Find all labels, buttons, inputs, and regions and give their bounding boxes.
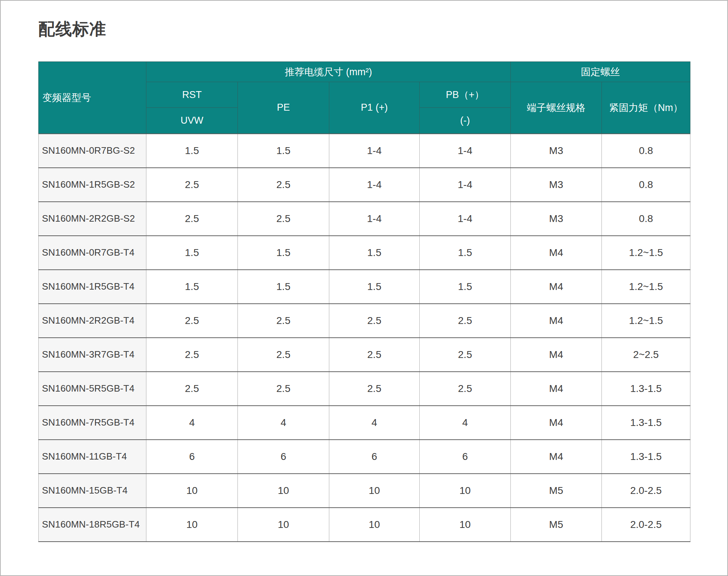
rst-uvw-cell: 10 bbox=[146, 474, 238, 508]
header-terminal-screw-spec: 端子螺丝规格 bbox=[511, 82, 602, 134]
rst-uvw-cell: 1.5 bbox=[146, 270, 238, 304]
p1-cell: 10 bbox=[329, 474, 420, 508]
terminal-screw-cell: M4 bbox=[511, 236, 602, 270]
pb-cell: 6 bbox=[420, 440, 511, 474]
torque-cell: 1.3-1.5 bbox=[602, 440, 690, 474]
rst-uvw-cell: 1.5 bbox=[146, 134, 238, 168]
pb-cell: 2.5 bbox=[420, 338, 511, 372]
terminal-screw-cell: M4 bbox=[511, 304, 602, 338]
pe-cell: 10 bbox=[238, 508, 329, 542]
p1-cell: 2.5 bbox=[329, 304, 420, 338]
torque-cell: 0.8 bbox=[602, 134, 690, 168]
terminal-screw-cell: M4 bbox=[511, 406, 602, 440]
pe-cell: 2.5 bbox=[238, 338, 329, 372]
pb-cell: 2.5 bbox=[420, 372, 511, 406]
table-row: SN160MN-1R5GB-T4 1.5 1.5 1.5 1.5 M4 1.2~… bbox=[39, 270, 690, 304]
pb-cell: 1.5 bbox=[420, 270, 511, 304]
terminal-screw-cell: M4 bbox=[511, 270, 602, 304]
model-cell: SN160MN-0R7BG-S2 bbox=[39, 134, 146, 168]
model-cell: SN160MN-15GB-T4 bbox=[39, 474, 146, 508]
rst-uvw-cell: 1.5 bbox=[146, 236, 238, 270]
model-cell: SN160MN-2R2GB-S2 bbox=[39, 202, 146, 236]
header-model: 变频器型号 bbox=[39, 62, 146, 134]
table-row: SN160MN-11GB-T4 6 6 6 6 M4 1.3-1.5 bbox=[39, 440, 690, 474]
pe-cell: 4 bbox=[238, 406, 329, 440]
table-row: SN160MN-7R5GB-T4 4 4 4 4 M4 1.3-1.5 bbox=[39, 406, 690, 440]
pe-cell: 2.5 bbox=[238, 202, 329, 236]
header-p1-plus: P1 (+) bbox=[329, 82, 420, 134]
terminal-screw-cell: M4 bbox=[511, 372, 602, 406]
pe-cell: 2.5 bbox=[238, 168, 329, 202]
pe-cell: 2.5 bbox=[238, 304, 329, 338]
header-tightening-torque: 紧固力矩（Nm） bbox=[602, 82, 690, 134]
terminal-screw-cell: M3 bbox=[511, 134, 602, 168]
pe-cell: 10 bbox=[238, 474, 329, 508]
header-pe: PE bbox=[238, 82, 329, 134]
model-cell: SN160MN-1R5GB-T4 bbox=[39, 270, 146, 304]
pb-cell: 4 bbox=[420, 406, 511, 440]
pb-cell: 1.5 bbox=[420, 236, 511, 270]
rst-uvw-cell: 2.5 bbox=[146, 304, 238, 338]
header-pb-plus: PB（+） bbox=[420, 82, 511, 108]
p1-cell: 1-4 bbox=[329, 202, 420, 236]
table-row: SN160MN-2R2GB-T4 2.5 2.5 2.5 2.5 M4 1.2~… bbox=[39, 304, 690, 338]
pb-cell: 2.5 bbox=[420, 304, 511, 338]
rst-uvw-cell: 2.5 bbox=[146, 202, 238, 236]
p1-cell: 6 bbox=[329, 440, 420, 474]
pb-cell: 10 bbox=[420, 474, 511, 508]
torque-cell: 1.2~1.5 bbox=[602, 270, 690, 304]
pe-cell: 6 bbox=[238, 440, 329, 474]
rst-uvw-cell: 2.5 bbox=[146, 338, 238, 372]
p1-cell: 2.5 bbox=[329, 372, 420, 406]
p1-cell: 4 bbox=[329, 406, 420, 440]
model-cell: SN160MN-11GB-T4 bbox=[39, 440, 146, 474]
rst-uvw-cell: 4 bbox=[146, 406, 238, 440]
wiring-standard-table: 变频器型号 推荐电缆尺寸 (mm²) 固定螺丝 RST PE P1 (+) PB… bbox=[38, 61, 690, 542]
table-row: SN160MN-0R7GB-T4 1.5 1.5 1.5 1.5 M4 1.2~… bbox=[39, 236, 690, 270]
table-row: SN160MN-5R5GB-T4 2.5 2.5 2.5 2.5 M4 1.3-… bbox=[39, 372, 690, 406]
header-rst: RST bbox=[146, 82, 238, 108]
pe-cell: 1.5 bbox=[238, 134, 329, 168]
header-pb-minus: (-) bbox=[420, 108, 511, 134]
torque-cell: 2.0-2.5 bbox=[602, 474, 690, 508]
terminal-screw-cell: M3 bbox=[511, 168, 602, 202]
header-uvw: UVW bbox=[146, 108, 238, 134]
pe-cell: 2.5 bbox=[238, 372, 329, 406]
rst-uvw-cell: 2.5 bbox=[146, 168, 238, 202]
table-row: SN160MN-18R5GB-T4 10 10 10 10 M5 2.0-2.5 bbox=[39, 508, 690, 542]
page-title: 配线标准 bbox=[38, 18, 106, 40]
torque-cell: 1.3-1.5 bbox=[602, 406, 690, 440]
p1-cell: 2.5 bbox=[329, 338, 420, 372]
table-row: SN160MN-3R7GB-T4 2.5 2.5 2.5 2.5 M4 2~2.… bbox=[39, 338, 690, 372]
torque-cell: 1.2~1.5 bbox=[602, 236, 690, 270]
model-cell: SN160MN-3R7GB-T4 bbox=[39, 338, 146, 372]
torque-cell: 1.2~1.5 bbox=[602, 304, 690, 338]
pb-cell: 1-4 bbox=[420, 202, 511, 236]
rst-uvw-cell: 2.5 bbox=[146, 372, 238, 406]
model-cell: SN160MN-1R5GB-S2 bbox=[39, 168, 146, 202]
pb-cell: 1-4 bbox=[420, 134, 511, 168]
page: { "page": { "title": "配线标准" }, "table": … bbox=[0, 0, 728, 576]
table-body: SN160MN-0R7BG-S2 1.5 1.5 1-4 1-4 M3 0.8 … bbox=[39, 134, 690, 542]
terminal-screw-cell: M5 bbox=[511, 474, 602, 508]
p1-cell: 10 bbox=[329, 508, 420, 542]
table-row: SN160MN-15GB-T4 10 10 10 10 M5 2.0-2.5 bbox=[39, 474, 690, 508]
torque-cell: 0.8 bbox=[602, 202, 690, 236]
pb-cell: 1-4 bbox=[420, 168, 511, 202]
terminal-screw-cell: M3 bbox=[511, 202, 602, 236]
model-cell: SN160MN-18R5GB-T4 bbox=[39, 508, 146, 542]
torque-cell: 0.8 bbox=[602, 168, 690, 202]
pe-cell: 1.5 bbox=[238, 236, 329, 270]
model-cell: SN160MN-5R5GB-T4 bbox=[39, 372, 146, 406]
header-group-fixing-screw: 固定螺丝 bbox=[511, 62, 690, 82]
pb-cell: 10 bbox=[420, 508, 511, 542]
terminal-screw-cell: M5 bbox=[511, 508, 602, 542]
torque-cell: 2.0-2.5 bbox=[602, 508, 690, 542]
pe-cell: 1.5 bbox=[238, 270, 329, 304]
torque-cell: 1.3-1.5 bbox=[602, 372, 690, 406]
table-row: SN160MN-1R5GB-S2 2.5 2.5 1-4 1-4 M3 0.8 bbox=[39, 168, 690, 202]
model-cell: SN160MN-0R7GB-T4 bbox=[39, 236, 146, 270]
rst-uvw-cell: 6 bbox=[146, 440, 238, 474]
terminal-screw-cell: M4 bbox=[511, 440, 602, 474]
table-header: 变频器型号 推荐电缆尺寸 (mm²) 固定螺丝 RST PE P1 (+) PB… bbox=[39, 62, 690, 134]
